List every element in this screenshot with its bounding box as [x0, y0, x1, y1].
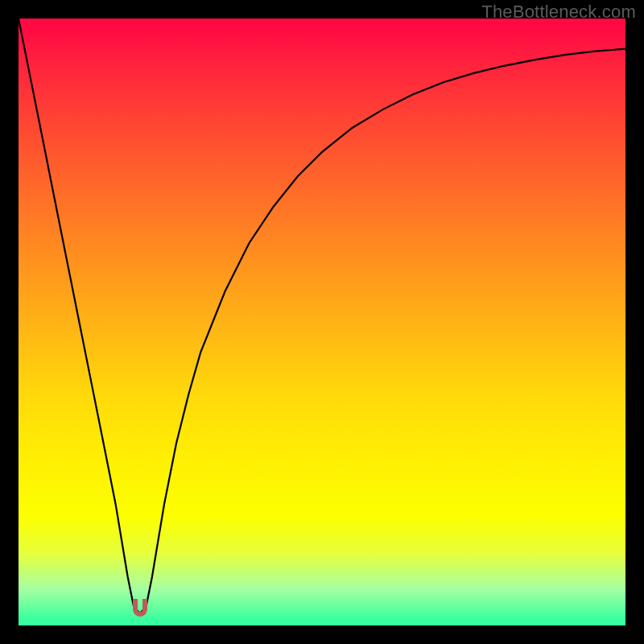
optimal-point-marker — [133, 599, 147, 617]
bottleneck-curve — [19, 19, 625, 625]
chart-plot-area — [19, 19, 625, 625]
curve-path — [19, 19, 625, 613]
